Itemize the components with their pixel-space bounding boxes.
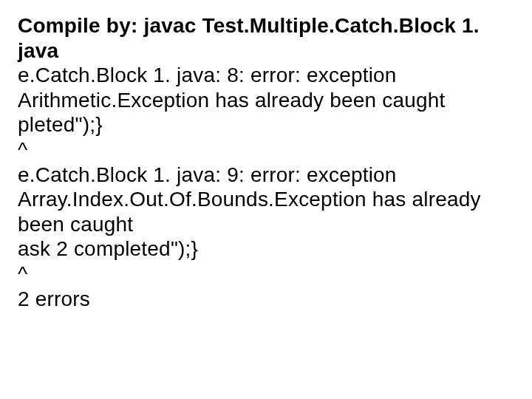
error-line: ask 2 completed");}	[18, 236, 517, 262]
error-line: e.Catch.Block 1. java: 9: error: excepti…	[18, 163, 517, 188]
error-line: pleted");}	[18, 112, 517, 137]
compile-command: Compile by: javac Test.Multiple.Catch.Bl…	[18, 13, 517, 63]
error-line: Array.Index.Out.Of.Bounds.Exception has …	[18, 187, 517, 212]
error-line: been caught	[18, 212, 517, 237]
error-line: Arithmetic.Exception has already been ca…	[18, 88, 517, 113]
compiler-output: Compile by: javac Test.Multiple.Catch.Bl…	[0, 0, 532, 326]
caret-marker: ^	[18, 137, 517, 163]
error-line: e.Catch.Block 1. java: 8: error: excepti…	[18, 63, 517, 88]
caret-marker: ^	[18, 262, 517, 287]
error-summary: 2 errors	[18, 287, 517, 312]
